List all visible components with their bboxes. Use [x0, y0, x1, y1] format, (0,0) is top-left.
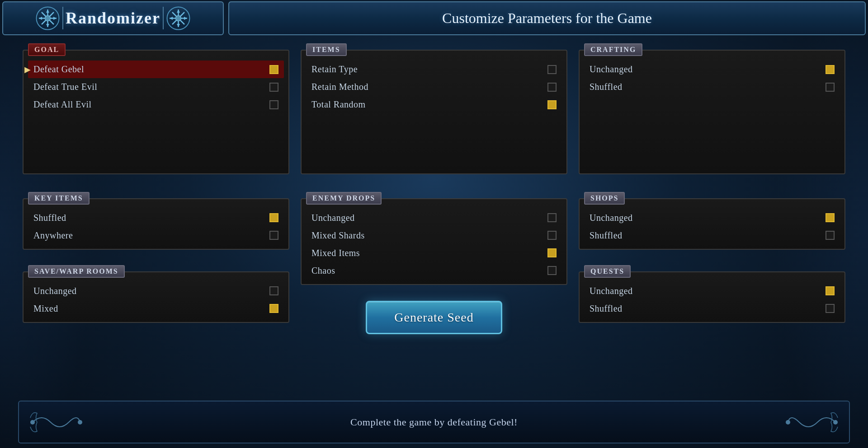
col2-row2: ENEMY DROPS Unchanged Mixed Shards Mixed… — [301, 190, 567, 394]
goal-option-2-label: Defeat All Evil — [33, 99, 92, 110]
enemydrops-option-2-checkbox[interactable] — [547, 248, 557, 257]
quests-option-0-label: Unchanged — [590, 286, 633, 296]
items-panel-header: ITEMS — [306, 43, 347, 56]
svg-point-1 — [45, 15, 51, 21]
status-ornament-left — [28, 409, 82, 436]
savewarp-option-1[interactable]: Mixed — [28, 300, 284, 317]
key-items-panel: KEY ITEMS Shuffled Anywhere — [23, 198, 289, 250]
savewarp-option-0-label: Unchanged — [33, 286, 77, 296]
enemy-drops-panel: ENEMY DROPS Unchanged Mixed Shards Mixed… — [301, 198, 567, 285]
keyitems-option-0-checkbox[interactable] — [269, 213, 278, 222]
header-right-panel: Customize Parameters for the Game — [228, 1, 866, 35]
savewarp-option-1-label: Mixed — [33, 303, 58, 314]
enemydrops-option-1-label: Mixed Shards — [311, 230, 365, 241]
items-option-2-checkbox[interactable] — [547, 100, 557, 109]
save-warp-panel-header: SAVE/WARP ROOMS — [28, 265, 125, 278]
items-option-0-label: Retain Type — [311, 64, 358, 75]
goal-panel-content: ▶ Defeat Gebel Defeat True Evil Defeat A… — [24, 51, 288, 118]
svg-point-7 — [786, 420, 790, 425]
items-panel: ITEMS Retain Type Retain Method Total Ra… — [301, 50, 567, 174]
goal-option-1[interactable]: Defeat True Evil — [28, 78, 284, 96]
enemydrops-option-3[interactable]: Chaos — [306, 262, 562, 280]
items-option-1-checkbox[interactable] — [547, 83, 557, 92]
keyitems-option-1-checkbox[interactable] — [269, 231, 278, 240]
savewarp-option-0-checkbox[interactable] — [269, 286, 278, 295]
keyitems-option-0-label: Shuffled — [33, 213, 66, 223]
status-ornament-right — [786, 409, 840, 436]
crafting-option-1[interactable]: Shuffled — [584, 78, 840, 96]
quests-panel: QUESTS Unchanged Shuffled — [579, 271, 845, 323]
shops-option-0[interactable]: Unchanged — [584, 209, 840, 227]
shops-option-1[interactable]: Shuffled — [584, 227, 840, 244]
crafting-option-1-checkbox[interactable] — [826, 83, 835, 92]
enemydrops-option-3-checkbox[interactable] — [547, 266, 557, 275]
goal-arrow-icon: ▶ — [24, 65, 31, 75]
crafting-option-0[interactable]: Unchanged — [584, 61, 840, 78]
keyitems-option-1[interactable]: Anywhere — [28, 227, 284, 244]
crafting-option-0-label: Unchanged — [590, 64, 633, 75]
enemydrops-option-1[interactable]: Mixed Shards — [306, 227, 562, 244]
enemydrops-option-0[interactable]: Unchanged — [306, 209, 562, 227]
shops-panel-header: SHOPS — [584, 192, 625, 205]
enemydrops-option-2-label: Mixed Items — [311, 248, 360, 258]
shops-option-1-label: Shuffled — [590, 230, 623, 241]
quests-option-1-label: Shuffled — [590, 303, 623, 314]
header-divider2 — [163, 7, 164, 29]
left-snowflake-icon — [35, 6, 60, 31]
quests-option-0-checkbox[interactable] — [826, 286, 835, 295]
key-items-panel-header: KEY ITEMS — [28, 192, 90, 205]
shops-panel: SHOPS Unchanged Shuffled — [579, 198, 845, 250]
col1-row2: KEY ITEMS Shuffled Anywhere SAVE/WARP RO… — [23, 190, 289, 394]
goal-panel-header: GOAL — [28, 43, 66, 56]
keyitems-option-0[interactable]: Shuffled — [28, 209, 284, 227]
crafting-panel-content: Unchanged Shuffled — [580, 51, 844, 100]
enemy-drops-panel-header: ENEMY DROPS — [306, 192, 382, 205]
goal-option-0[interactable]: ▶ Defeat Gebel — [28, 61, 284, 78]
page-title: Customize Parameters for the Game — [442, 10, 652, 27]
enemydrops-option-0-checkbox[interactable] — [547, 213, 557, 222]
savewarp-option-0[interactable]: Unchanged — [28, 282, 284, 300]
header-left-panel: Randomizer — [2, 1, 224, 35]
crafting-panel-header: CRAFTING — [584, 43, 642, 56]
main-content: GOAL ▶ Defeat Gebel Defeat True Evil Def… — [23, 41, 845, 394]
quests-option-1[interactable]: Shuffled — [584, 300, 840, 317]
goal-panel: GOAL ▶ Defeat Gebel Defeat True Evil Def… — [23, 50, 289, 174]
shops-option-1-checkbox[interactable] — [826, 231, 835, 240]
items-option-1-label: Retain Method — [311, 82, 368, 92]
crafting-option-0-checkbox[interactable] — [826, 65, 835, 74]
svg-point-5 — [78, 420, 82, 425]
header-divider — [62, 7, 63, 29]
app-title: Randomizer — [66, 9, 160, 28]
keyitems-option-1-label: Anywhere — [33, 230, 73, 241]
col3-row2: SHOPS Unchanged Shuffled QUESTS Unchange… — [579, 190, 845, 394]
items-option-2[interactable]: Total Random — [306, 96, 562, 113]
right-snowflake-icon — [166, 6, 191, 31]
header: Randomizer Customize Parameters for the … — [0, 0, 868, 36]
enemy-drops-panel-content: Unchanged Mixed Shards Mixed Items Chaos — [302, 199, 566, 284]
save-warp-panel: SAVE/WARP ROOMS Unchanged Mixed — [23, 271, 289, 323]
generate-btn-container: Generate Seed — [301, 296, 567, 339]
shops-option-0-checkbox[interactable] — [826, 213, 835, 222]
enemydrops-option-2[interactable]: Mixed Items — [306, 244, 562, 262]
enemydrops-option-1-checkbox[interactable] — [547, 231, 557, 240]
savewarp-option-1-checkbox[interactable] — [269, 304, 278, 313]
svg-point-4 — [30, 420, 35, 425]
items-option-0[interactable]: Retain Type — [306, 61, 562, 78]
save-warp-panel-content: Unchanged Mixed — [24, 272, 288, 322]
quests-option-1-checkbox[interactable] — [826, 304, 835, 313]
key-items-panel-content: Shuffled Anywhere — [24, 199, 288, 249]
shops-panel-content: Unchanged Shuffled — [580, 199, 844, 249]
items-option-1[interactable]: Retain Method — [306, 78, 562, 96]
crafting-panel: CRAFTING Unchanged Shuffled — [579, 50, 845, 174]
goal-option-0-checkbox[interactable] — [269, 65, 278, 74]
items-panel-content: Retain Type Retain Method Total Random — [302, 51, 566, 118]
svg-point-3 — [175, 15, 181, 21]
goal-option-2[interactable]: Defeat All Evil — [28, 96, 284, 113]
generate-seed-button[interactable]: Generate Seed — [366, 301, 502, 334]
quests-option-0[interactable]: Unchanged — [584, 282, 840, 300]
quests-panel-header: QUESTS — [584, 265, 631, 278]
items-option-0-checkbox[interactable] — [547, 65, 557, 74]
goal-option-1-checkbox[interactable] — [269, 83, 278, 92]
status-bar: Complete the game by defeating Gebel! — [18, 401, 850, 443]
goal-option-2-checkbox[interactable] — [269, 100, 278, 109]
